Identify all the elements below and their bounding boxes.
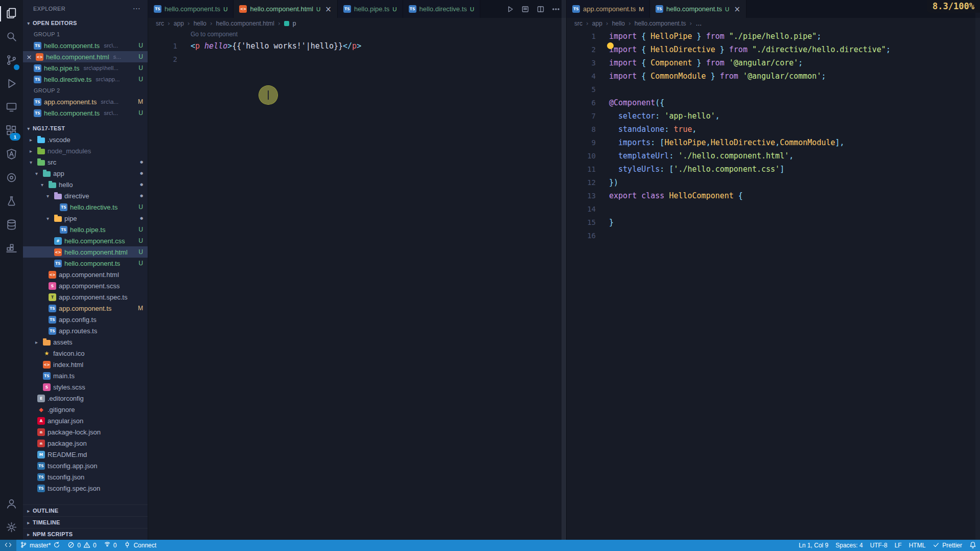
tree-row[interactable]: ▸assets [23, 336, 148, 348]
more-actions-icon[interactable]: ⋯ [133, 4, 141, 13]
tree-row[interactable]: ▾app● [23, 168, 148, 179]
indentation-status-item[interactable]: Spaces: 4 [832, 540, 866, 551]
breadcrumb-item[interactable]: hello [194, 20, 206, 27]
tree-row[interactable]: <>hello.component.htmlU [23, 246, 148, 258]
tree-row[interactable]: Aangular.json [23, 415, 148, 426]
scrollbar[interactable] [975, 0, 980, 540]
open-editor-row[interactable]: TShello.component.tssrc\...U [23, 107, 148, 119]
tree-row[interactable]: ▾directive● [23, 190, 148, 201]
tab[interactable]: TShello.component.tsU [148, 0, 234, 18]
settings-activity-item[interactable] [0, 516, 23, 540]
cursor-position-status-item[interactable]: Ln 1, Col 9 [795, 540, 832, 551]
close-icon[interactable]: × [734, 5, 740, 14]
tree-row[interactable]: Sapp.component.scss [23, 280, 148, 291]
tree-row[interactable]: TSapp.config.ts [23, 314, 148, 325]
tree-row[interactable]: ▾hello● [23, 179, 148, 190]
remote-explorer-activity-item[interactable] [0, 96, 23, 120]
tree-row[interactable]: ▸.vscode [23, 134, 148, 145]
tree-row[interactable]: ★favicon.ico [23, 348, 148, 359]
tab[interactable]: TShello.pipe.tsU [338, 0, 403, 18]
code-editor[interactable]: 1import { HelloPipe } from "./pipe/hello… [567, 29, 980, 540]
tree-row[interactable]: ▾pipe● [23, 213, 148, 224]
project-root-header[interactable]: ▾NG17-TEST [23, 123, 148, 134]
tree-row[interactable]: MREADME.md [23, 449, 148, 460]
ports-status-item[interactable]: 0 [100, 540, 121, 551]
close-icon[interactable]: × [25, 53, 33, 61]
tree-row[interactable]: TSapp.routes.ts [23, 325, 148, 336]
line-number: 8 [567, 123, 596, 136]
tree-row[interactable]: TSmain.ts [23, 370, 148, 381]
run-icon[interactable] [506, 5, 514, 13]
eol-status-item[interactable]: LF [891, 540, 905, 551]
more-actions-icon[interactable] [552, 5, 560, 13]
split-editor-icon[interactable] [536, 5, 545, 13]
language-mode-status-item[interactable]: HTML [905, 540, 929, 551]
sidebar-section-npm-scripts[interactable]: ▸NPM SCRIPTS [23, 528, 148, 540]
sidebar-section-outline[interactable]: ▸OUTLINE [23, 504, 148, 516]
open-editor-row[interactable]: TShello.component.tssrc\...U [23, 40, 148, 51]
breadcrumb-item[interactable]: hello.component.ts [635, 20, 686, 27]
tree-row[interactable]: <>index.html [23, 359, 148, 370]
tree-row[interactable]: #hello.component.cssU [23, 235, 148, 246]
tree-row[interactable]: TStsconfig.json [23, 471, 148, 483]
formatter-status-item[interactable]: Prettier [929, 540, 966, 551]
tree-row[interactable]: Sstyles.scss [23, 381, 148, 393]
angular-extension-activity-item[interactable] [0, 143, 23, 167]
open-editor-row[interactable]: TShello.directive.tssrc\app...U [23, 74, 148, 85]
tab[interactable]: TShello.component.tsU× [650, 0, 746, 18]
breadcrumb-item[interactable]: app [592, 20, 602, 27]
tree-row[interactable]: npackage.json [23, 438, 148, 449]
search-activity-item[interactable] [0, 26, 23, 49]
close-icon[interactable]: × [325, 5, 332, 14]
code-editor[interactable]: Go to component1<p hello>{{'hello works!… [148, 29, 566, 540]
open-editor-row[interactable]: ×<>hello.component.htmls...U [23, 51, 148, 62]
run-and-debug-activity-item[interactable] [0, 73, 23, 96]
open-preview-icon[interactable] [521, 5, 529, 13]
open-editors-header[interactable]: ▾OPEN EDITORS [23, 17, 148, 29]
tree-row[interactable]: TSapp.component.tsM [23, 303, 148, 314]
tab[interactable]: <>hello.component.htmlU× [234, 0, 337, 18]
breadcrumb-item[interactable]: p [293, 20, 296, 27]
breadcrumb-item[interactable]: src [156, 20, 164, 27]
branch-status-item[interactable]: master* [16, 540, 64, 551]
sidebar-section-timeline[interactable]: ▸TIMELINE [23, 516, 148, 528]
codelens-link[interactable]: Go to component [148, 30, 566, 39]
tree-row[interactable]: ◆.gitignore [23, 404, 148, 415]
tree-row[interactable]: Tapp.component.spec.ts [23, 291, 148, 303]
breadcrumb-item[interactable]: hello.component.html [216, 20, 274, 27]
remote-indicator-status-item[interactable] [0, 540, 16, 551]
tree-row[interactable]: <>app.component.html [23, 269, 148, 280]
breadcrumb-item[interactable]: src [574, 20, 582, 27]
breadcrumb-item[interactable]: app [174, 20, 184, 27]
tree-row[interactable]: ▸node_modules [23, 145, 148, 156]
target-extension-activity-item[interactable] [0, 167, 23, 190]
encoding-status-item[interactable]: UTF-8 [867, 540, 891, 551]
problems-status-item[interactable]: 00 [64, 540, 100, 551]
connect-status-item[interactable]: Connect [120, 540, 160, 551]
account-activity-item[interactable] [0, 493, 23, 516]
notifications-status-item[interactable] [966, 540, 980, 551]
tab[interactable]: TSapp.component.tsM [567, 0, 650, 18]
scrollbar[interactable] [562, 0, 566, 540]
breadcrumb-item[interactable]: … [695, 20, 702, 27]
containers-extension-activity-item[interactable] [0, 237, 23, 261]
breadcrumb-item[interactable]: hello [612, 20, 625, 27]
code-token: './hello.component.css' [673, 165, 780, 174]
database-extension-activity-item[interactable] [0, 214, 23, 237]
tab[interactable]: TShello.directive.tsU [403, 0, 481, 18]
tree-row[interactable]: TStsconfig.spec.json [23, 483, 148, 494]
flask-extension-activity-item[interactable] [0, 190, 23, 214]
tree-row[interactable]: TShello.pipe.tsU [23, 224, 148, 235]
quick-fix-lightbulb[interactable] [607, 42, 614, 49]
tree-row[interactable]: TShello.component.tsU [23, 258, 148, 269]
tree-row[interactable]: ▾src● [23, 156, 148, 168]
tree-row[interactable]: npackage-lock.json [23, 426, 148, 438]
open-editor-row[interactable]: TShello.pipe.tssrc\app\hell...U [23, 62, 148, 74]
tree-row[interactable]: E.editorconfig [23, 393, 148, 404]
tree-row[interactable]: TStsconfig.app.json [23, 460, 148, 471]
extensions-activity-item[interactable]: 1 [0, 120, 23, 143]
source-control-activity-item[interactable] [0, 49, 23, 73]
tree-row[interactable]: TShello.directive.tsU [23, 201, 148, 213]
open-editor-row[interactable]: TSapp.component.tssrc\a...M [23, 96, 148, 107]
explorer-activity-item[interactable] [0, 2, 23, 26]
